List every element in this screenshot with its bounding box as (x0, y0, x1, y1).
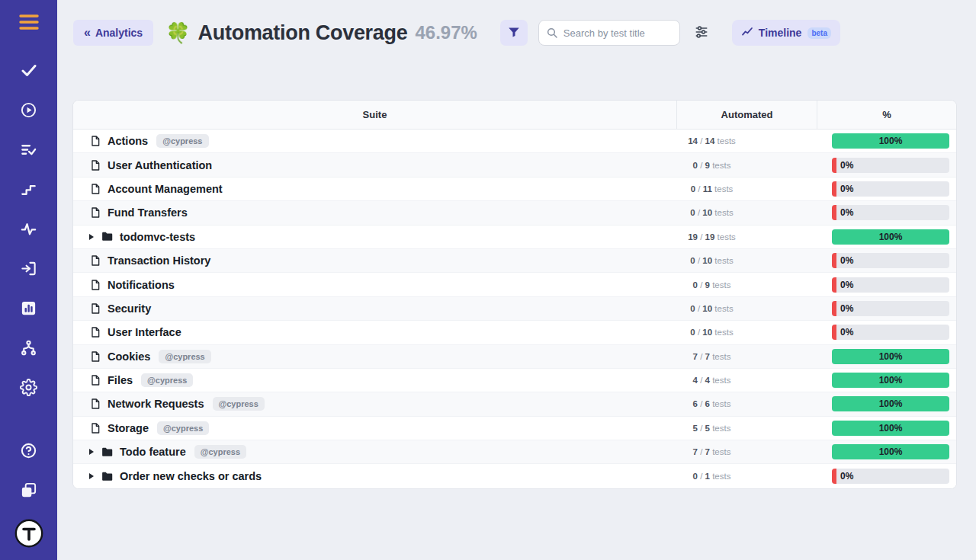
sidebar-item-branches[interactable] (0, 329, 57, 369)
suite-cell: Security (73, 302, 676, 315)
import-icon (20, 260, 37, 280)
percent-cell: 0% (817, 325, 956, 340)
percent-cell: 0% (817, 469, 956, 484)
sidebar-item-projects[interactable] (0, 472, 57, 511)
table-row[interactable]: Files @cypress 4 / 4 tests 100% (73, 369, 956, 392)
progress-red-sliver (832, 181, 836, 197)
row-title[interactable]: Network Requests (108, 398, 204, 410)
git-branch-icon (20, 339, 37, 360)
caret-icon[interactable] (89, 473, 94, 479)
file-icon (89, 350, 101, 363)
automated-cell: 7 / 7 tests (676, 352, 817, 361)
row-title[interactable]: Storage (108, 422, 149, 434)
folder-icon (101, 446, 114, 459)
progress-bar: 100% (832, 444, 949, 459)
row-title[interactable]: Todo feature (120, 446, 186, 458)
table-row[interactable]: User Authentication 0 / 9 tests 0% (73, 153, 956, 177)
row-title[interactable]: Order new checks or cards (120, 470, 262, 482)
row-tag-badge: @cypress (141, 373, 193, 387)
table-row[interactable]: Storage @cypress 5 / 5 tests 100% (73, 417, 956, 440)
filter-button[interactable] (500, 20, 528, 46)
coverage-table: Suite Automated % Actions @cypress 14 / … (72, 100, 957, 489)
table-row[interactable]: Order new checks or cards 0 / 1 tests 0% (73, 464, 956, 488)
progress-label: 0% (840, 160, 853, 171)
row-title[interactable]: Cookies (108, 350, 150, 363)
percent-cell: 0% (817, 301, 956, 316)
table-row[interactable]: Actions @cypress 14 / 14 tests 100% (73, 130, 956, 153)
sidebar-item-pulse[interactable] (0, 210, 57, 250)
bar-chart-icon (20, 299, 37, 320)
row-title[interactable]: todomvc-tests (120, 231, 195, 243)
progress-label: 100% (879, 446, 903, 457)
progress-bar: 100% (832, 349, 949, 364)
sliders-icon (694, 24, 709, 42)
progress-bar: 100% (832, 421, 949, 436)
automated-cell: 0 / 10 tests (676, 328, 817, 337)
folder-icon (101, 470, 114, 483)
row-title[interactable]: User Authentication (108, 159, 212, 171)
progress-bar: 0% (832, 277, 949, 293)
progress-label: 100% (879, 351, 903, 362)
progress-label: 0% (840, 184, 853, 194)
sidebar-item-runs[interactable] (0, 91, 57, 131)
caret-icon[interactable] (89, 449, 94, 455)
table-row[interactable]: Notifications 0 / 9 tests 0% (73, 273, 956, 296)
table-row[interactable]: Account Management 0 / 11 tests 0% (73, 178, 956, 201)
funnel-icon (507, 25, 521, 41)
row-title[interactable]: Transaction History (108, 254, 210, 267)
percent-cell: 0% (817, 181, 956, 197)
progress-label: 0% (840, 255, 853, 266)
caret-icon[interactable] (89, 234, 94, 240)
table-row[interactable]: Todo feature @cypress 7 / 7 tests 100% (73, 440, 956, 464)
sidebar (0, 0, 57, 560)
suite-cell: Network Requests @cypress (73, 397, 676, 411)
sidebar-item-steps[interactable] (0, 171, 57, 210)
row-title[interactable]: Security (108, 302, 151, 315)
progress-bar: 100% (832, 396, 949, 411)
progress-red-sliver (832, 253, 836, 268)
list-check-icon (20, 141, 37, 162)
row-title[interactable]: User Interface (108, 326, 181, 338)
automated-cell: 6 / 6 tests (676, 399, 817, 408)
suite-cell: Actions @cypress (73, 134, 676, 148)
row-title[interactable]: Notifications (108, 279, 175, 291)
table-row[interactable]: todomvc-tests 19 / 19 tests 100% (73, 226, 956, 249)
row-title[interactable]: Files (108, 374, 133, 386)
search-input[interactable] (538, 20, 680, 46)
sidebar-item-analytics[interactable] (0, 290, 57, 329)
main-content: « Analytics 🍀 Automation Coverage 46.97%… (57, 0, 976, 560)
progress-bar: 0% (832, 469, 949, 484)
table-row[interactable]: Fund Transfers 0 / 10 tests 0% (73, 201, 956, 225)
table-row[interactable]: Network Requests @cypress 6 / 6 tests 10… (73, 392, 956, 416)
sidebar-item-tests[interactable] (0, 52, 57, 91)
progress-bar: 0% (832, 158, 949, 173)
back-analytics-button[interactable]: « Analytics (73, 20, 153, 46)
search-container (538, 20, 680, 46)
row-title[interactable]: Fund Transfers (108, 206, 188, 219)
progress-label: 0% (840, 280, 853, 290)
gear-icon (20, 379, 37, 399)
progress-bar: 0% (832, 181, 949, 197)
table-row[interactable]: Cookies @cypress 7 / 7 tests 100% (73, 345, 956, 369)
progress-label: 0% (840, 471, 853, 482)
table-row[interactable]: Security 0 / 10 tests 0% (73, 297, 956, 321)
suite-cell: Account Management (73, 183, 676, 195)
table-row[interactable]: User Interface 0 / 10 tests 0% (73, 321, 956, 344)
hamburger-menu-button[interactable] (18, 12, 40, 35)
row-title[interactable]: Account Management (108, 183, 223, 195)
sidebar-item-settings[interactable] (0, 369, 57, 408)
row-title[interactable]: Actions (108, 135, 148, 147)
sidebar-item-plans[interactable] (0, 131, 57, 171)
column-header-automated: Automated (676, 101, 817, 129)
column-header-percent: % (817, 109, 956, 120)
progress-bar: 0% (832, 253, 949, 268)
timeline-button[interactable]: Timeline beta (732, 20, 840, 46)
percent-cell: 100% (817, 133, 956, 149)
adjustments-button[interactable] (691, 21, 712, 45)
sidebar-item-help[interactable] (0, 432, 57, 472)
percent-cell: 0% (817, 277, 956, 293)
app-logo[interactable] (14, 519, 43, 551)
table-row[interactable]: Transaction History 0 / 10 tests 0% (73, 249, 956, 273)
sidebar-item-import[interactable] (0, 250, 57, 290)
automated-cell: 5 / 5 tests (676, 424, 817, 433)
